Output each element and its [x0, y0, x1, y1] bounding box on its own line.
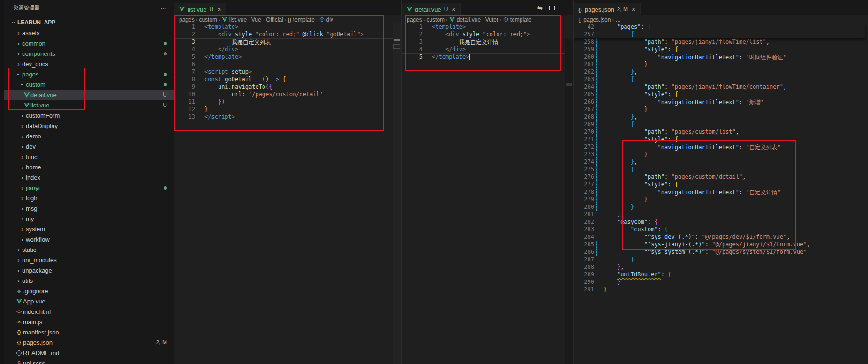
code-line-264[interactable]: 264 "path": "pages/jianyi/flowTime/conta…	[574, 83, 865, 91]
code-line-7[interactable]: 7<script setup>	[174, 68, 393, 76]
tree-item-msg[interactable]: ›msg	[4, 203, 174, 213]
breadcrumb-item[interactable]: Vuter	[485, 16, 498, 23]
tab-list.vue[interactable]: list.vueU×	[174, 3, 226, 15]
code-line-285[interactable]: 285 "^sys-jianyi-(.*)": "@/pages/jianyi/…	[574, 241, 865, 249]
code-line-289[interactable]: 289 "uniIdRouter": {	[574, 271, 865, 279]
breadcrumb-item[interactable]: pages	[407, 16, 422, 23]
tree-item-home[interactable]: ›home	[4, 162, 174, 172]
tree-item-jianyi[interactable]: ›jianyi	[4, 182, 174, 193]
code-line-260[interactable]: 260 "navigationBarTitleText": "时间组件验证"	[574, 53, 865, 61]
tree-item-system[interactable]: ›system	[4, 224, 174, 234]
tree-item-detail.vue[interactable]: detail.vueU	[4, 90, 174, 100]
code-line-286[interactable]: 286 "^sys-system-(.*)": "@/pages/system/…	[574, 249, 865, 256]
code-line-2[interactable]: 2 <div style="color: red;">	[402, 31, 565, 38]
code-line-291[interactable]: 291}	[574, 286, 865, 294]
code-line-5[interactable]: 5</template>	[402, 53, 565, 61]
breadcrumb-item[interactable]: {}template	[287, 16, 314, 23]
tree-item-dev[interactable]: ›dev	[4, 141, 174, 152]
tree-item-list.vue[interactable]: list.vueU	[4, 100, 174, 110]
split-editor-icon[interactable]	[549, 6, 555, 10]
code-line-274[interactable]: 274 },	[574, 159, 865, 166]
code-line-287[interactable]: 287 }	[574, 256, 865, 264]
code-line-12[interactable]: 12}	[174, 106, 393, 114]
code-line-11[interactable]: 11 })	[174, 99, 393, 106]
tree-item-.gitignore[interactable]: ◆.gitignore	[4, 286, 174, 296]
tab-detail.vue[interactable]: detail.vueU×	[402, 3, 461, 15]
tree-item-App.vue[interactable]: App.vue	[4, 296, 174, 306]
tree-item-main.js[interactable]: JSmain.js	[4, 317, 174, 327]
code-line-263[interactable]: 263 {	[574, 76, 865, 83]
code-line-269[interactable]: 269 {	[574, 121, 865, 129]
breadcrumb-item[interactable]: list.vue	[222, 16, 247, 23]
code-line-5[interactable]: 5</template>	[174, 53, 393, 61]
tree-item-func[interactable]: ›func	[4, 152, 174, 162]
code-line-273[interactable]: 273 }	[574, 151, 865, 159]
code-line-259[interactable]: 259 "style": {	[574, 46, 865, 53]
breadcrumb-item[interactable]: div	[319, 16, 333, 23]
code-line-270[interactable]: 270 "path": "pages/custom/list",	[574, 129, 865, 136]
code-line-6[interactable]: 6	[174, 61, 393, 68]
tree-item-index[interactable]: ›index	[4, 172, 174, 182]
code-line-280[interactable]: 280 }	[574, 204, 865, 211]
code-line-2[interactable]: 2 <div style="color: red;" @click="goDet…	[174, 31, 393, 38]
code-line-1[interactable]: 1<template>	[402, 23, 565, 31]
code-line-4[interactable]: 4 </div>	[174, 46, 393, 53]
more-actions-icon[interactable]: ⋯	[160, 4, 167, 12]
tree-item-customForm[interactable]: ›customForm	[4, 110, 174, 121]
code-line-42[interactable]: 42 "pages": [	[574, 23, 865, 31]
tree-item-utils[interactable]: ›utils	[4, 275, 174, 286]
tree-item-pages.json[interactable]: {}pages.json2, M	[4, 337, 174, 348]
code-line-272[interactable]: 272 "navigationBarTitleText": "自定义列表"	[574, 144, 865, 151]
tree-item-index.html[interactable]: <>index.html	[4, 306, 174, 317]
tree-item-dev_docs[interactable]: ›dev_docs	[4, 59, 174, 69]
code-line-3[interactable]: 3 我是自定义详情	[402, 38, 565, 46]
tree-item-components[interactable]: ›components	[4, 48, 174, 59]
code-line-284[interactable]: 284 "^sys-dev-(.*)": "@/pages/dev/$1/for…	[574, 234, 865, 241]
code-line-275[interactable]: 275 {	[574, 166, 865, 174]
tree-item-uni.scss[interactable]: Suni.scss	[4, 358, 174, 364]
scrollbar[interactable]	[565, 39, 573, 364]
code-line-9[interactable]: 9 uni.navigateTo({	[174, 83, 393, 91]
code-line-267[interactable]: 267 }	[574, 106, 865, 114]
breadcrumb-item[interactable]: template	[503, 16, 532, 23]
tree-item-login[interactable]: ›login	[4, 193, 174, 203]
tab-pages.json[interactable]: {}pages.json2, M×	[574, 3, 641, 15]
minimap[interactable]	[393, 23, 401, 364]
code-line-1[interactable]: 1<template>	[174, 23, 393, 31]
code-line-13[interactable]: 13</script>	[174, 114, 393, 121]
tree-item-uni_modules[interactable]: ›uni_modules	[4, 255, 174, 265]
tree-item-unpackage[interactable]: ›unpackage	[4, 265, 174, 275]
more-actions-icon[interactable]: ⋯	[390, 4, 396, 11]
breadcrumb-item[interactable]: custom	[426, 16, 445, 23]
close-icon[interactable]: ×	[217, 6, 221, 13]
breadcrumb-item[interactable]: {}pages.json	[578, 16, 611, 23]
tree-item-pages[interactable]: ›pages	[4, 69, 174, 79]
breadcrumb-item[interactable]: …	[615, 16, 621, 23]
code-line-281[interactable]: 281 ],	[574, 211, 865, 219]
tree-item-assets[interactable]: ›assets	[4, 28, 174, 38]
close-icon[interactable]: ×	[452, 6, 455, 13]
tree-item-static[interactable]: ›static	[4, 244, 174, 255]
tree-item-LEARUN_APP[interactable]: ›LEARUN_APP	[4, 17, 174, 28]
close-icon[interactable]: ×	[632, 6, 635, 13]
code-line-268[interactable]: 268 },	[574, 114, 865, 121]
code-line-262[interactable]: 262 },	[574, 68, 865, 76]
tree-item-README.md[interactable]: iREADME.md	[4, 348, 174, 358]
code-line-257[interactable]: 257 {	[574, 31, 865, 38]
code-line-279[interactable]: 279 }	[574, 196, 865, 204]
code-line-261[interactable]: 261 }	[574, 61, 865, 68]
tree-item-workflow[interactable]: ›workflow	[4, 234, 174, 244]
tree-item-common[interactable]: ›common	[4, 38, 174, 48]
more-actions-icon[interactable]: ⋯	[561, 4, 567, 11]
code-line-265[interactable]: 265 "style": {	[574, 91, 865, 99]
code-line-266[interactable]: 266 "navigationBarTitleText": "新增"	[574, 99, 865, 106]
code-line-3[interactable]: 3 我是自定义列表	[174, 38, 393, 46]
code-line-8[interactable]: 8const goDetail = () => {	[174, 76, 393, 83]
code-line-276[interactable]: 276 "path": "pages/custom/detail",	[574, 174, 865, 181]
tree-item-my[interactable]: ›my	[4, 213, 174, 224]
code-line-10[interactable]: 10 url: '/pages/custom/detail'	[174, 91, 393, 99]
code-line-258[interactable]: 258 "path": "pages/jianyi/flowTime/list"…	[574, 38, 865, 46]
open-changes-icon[interactable]: ⇆	[537, 4, 543, 11]
code-line-4[interactable]: 4 </div>	[402, 46, 565, 53]
tree-item-manifest.json[interactable]: {}manifest.json	[4, 327, 174, 337]
